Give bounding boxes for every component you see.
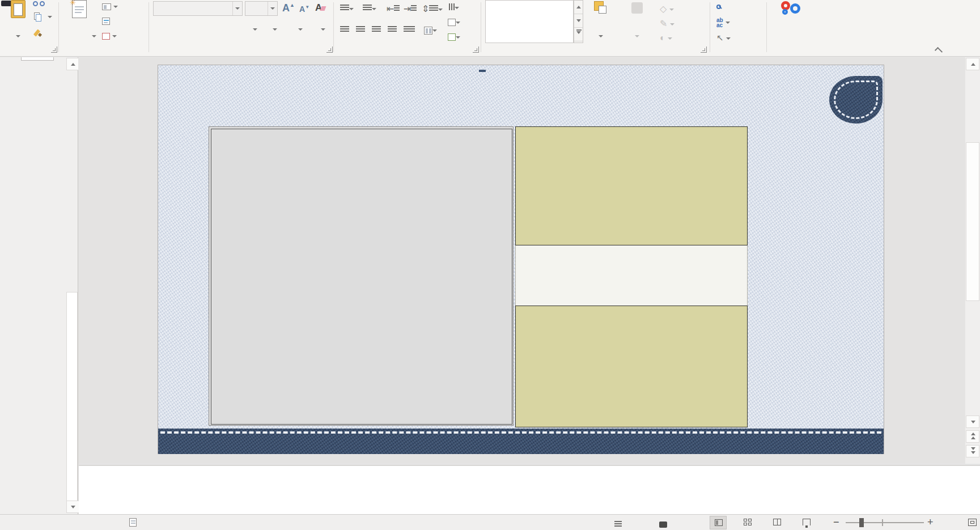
find-button[interactable]: [716, 1, 721, 11]
thumb-scroll-down-button[interactable]: [66, 501, 80, 513]
zoom-slider-thumb[interactable]: [859, 518, 864, 527]
font-dialog-launcher[interactable]: [326, 46, 333, 53]
slide[interactable]: [158, 65, 884, 454]
collapse-ribbon-chevron[interactable]: [935, 47, 943, 55]
reset-button[interactable]: [102, 16, 110, 26]
increase-indent-button[interactable]: ⇥: [404, 3, 417, 14]
save-to-baidu-button[interactable]: [769, 0, 814, 43]
bullets-button[interactable]: [340, 3, 354, 14]
partial-thumbnail: [21, 57, 54, 61]
align-text-button[interactable]: [448, 17, 460, 27]
netlogo-map-image[interactable]: [211, 129, 512, 425]
paragraph-dialog-launcher[interactable]: [473, 46, 479, 53]
shape-fill-button[interactable]: ◇: [660, 3, 674, 14]
chart-gap-panel: [515, 245, 748, 306]
align-left-button[interactable]: [340, 25, 349, 35]
justify-button[interactable]: [388, 25, 397, 35]
replace-caret: [726, 22, 730, 24]
previous-slide-button[interactable]: [966, 430, 979, 443]
columns-button[interactable]: [424, 25, 437, 35]
binoculars-icon2: [40, 1, 45, 6]
slideshow-view-button[interactable]: [798, 516, 815, 529]
format-painter-button[interactable]: [34, 28, 43, 37]
distribute-button[interactable]: [404, 25, 415, 35]
zoom-slider-track[interactable]: [846, 522, 924, 523]
zoom-in-button[interactable]: +: [927, 516, 934, 528]
baidu-netdisk-icon3: [782, 9, 788, 15]
copy-button[interactable]: [34, 12, 42, 22]
quick-styles-caret: [635, 35, 639, 37]
replace-button[interactable]: abac: [716, 17, 730, 28]
scrollbar-thumb[interactable]: [966, 142, 979, 301]
reading-view-button[interactable]: [769, 516, 786, 529]
normal-view-button[interactable]: [710, 516, 727, 529]
comments-toggle[interactable]: [659, 519, 667, 528]
shape-outline-button[interactable]: ✎: [660, 18, 674, 29]
status-bar: − +: [0, 514, 980, 530]
clipboard-dialog-launcher[interactable]: [51, 46, 57, 53]
thumb-scrollbar-thumb[interactable]: [66, 292, 78, 502]
copy-dropdown-caret[interactable]: [48, 16, 52, 18]
zoom-slider-center-tick: [882, 519, 883, 526]
shrink-font-button[interactable]: A▼: [299, 5, 309, 14]
convert-smartart-button[interactable]: [448, 32, 460, 42]
shapes-scroll-up[interactable]: [574, 1, 583, 14]
clear-formatting-button[interactable]: A: [315, 2, 325, 14]
fit-to-window-button[interactable]: [968, 519, 977, 526]
notes-toggle[interactable]: [614, 519, 622, 528]
shapes-gallery-scrollbar[interactable]: [574, 0, 583, 43]
map-frame[interactable]: [209, 126, 514, 426]
align-right-button[interactable]: [372, 25, 381, 35]
thumbnail-scrollbar[interactable]: [66, 57, 78, 514]
line-spacing-button[interactable]: ⇕: [422, 3, 443, 14]
section-caret: [112, 35, 117, 37]
scroll-down-button[interactable]: [966, 415, 979, 428]
denim-band-decoration[interactable]: [158, 429, 884, 454]
shapes-gallery[interactable]: [485, 0, 574, 43]
population-chart[interactable]: [515, 126, 748, 245]
select-button[interactable]: ↖: [716, 33, 731, 43]
spacing-caret[interactable]: [253, 28, 257, 31]
case-caret[interactable]: [273, 28, 277, 31]
stitch-line: [160, 431, 881, 434]
slide-thumbnail-panel: [0, 57, 66, 514]
baidu-netdisk-icon2: [790, 3, 800, 14]
slide-sorter-view-button[interactable]: [739, 516, 756, 529]
paste-dropdown-caret: [16, 35, 20, 37]
vertical-scrollbar[interactable]: [965, 57, 980, 464]
slide-editing-canvas: [78, 57, 965, 464]
paste-button[interactable]: [5, 0, 32, 43]
quick-styles-button[interactable]: [619, 0, 656, 43]
mammoth-deaths-chart[interactable]: [515, 306, 748, 427]
layout-button[interactable]: [102, 1, 118, 11]
decrease-indent-button[interactable]: ⇤: [387, 3, 400, 14]
arrange-button[interactable]: [585, 0, 617, 43]
new-slide-caret: [92, 35, 96, 37]
font-family-combobox[interactable]: [153, 1, 243, 16]
binoculars-icon[interactable]: [33, 1, 38, 6]
shape-effects-button[interactable]: ◐: [660, 33, 672, 43]
section-button[interactable]: [102, 31, 117, 41]
align-center-button[interactable]: [356, 25, 365, 35]
slide-title[interactable]: [479, 69, 486, 72]
new-slide-button[interactable]: ✳: [61, 0, 97, 43]
scroll-up-button[interactable]: [966, 58, 979, 70]
notes-pane[interactable]: [79, 465, 980, 514]
zoom-out-button[interactable]: −: [833, 516, 839, 528]
ribbon: ✳ A▲ A▼ A: [0, 0, 980, 57]
spellcheck-icon[interactable]: [129, 518, 137, 528]
font-color-caret[interactable]: [321, 28, 325, 31]
paste-clipboard-icon: [11, 0, 26, 18]
grow-font-button[interactable]: A▲: [282, 2, 295, 14]
powerpoint-window: ✳ A▲ A▼ A: [0, 0, 980, 530]
shapes-more-button[interactable]: [574, 28, 583, 41]
highlight-caret[interactable]: [298, 28, 303, 31]
pocket-decoration[interactable]: [829, 76, 883, 124]
shapes-scroll-down[interactable]: [574, 14, 583, 28]
numbering-button[interactable]: [363, 3, 376, 14]
next-slide-button[interactable]: [966, 445, 979, 457]
text-direction-button[interactable]: [448, 2, 459, 12]
drawing-dialog-launcher[interactable]: [701, 46, 707, 53]
select-caret: [726, 37, 731, 40]
font-size-combobox[interactable]: [245, 1, 278, 16]
